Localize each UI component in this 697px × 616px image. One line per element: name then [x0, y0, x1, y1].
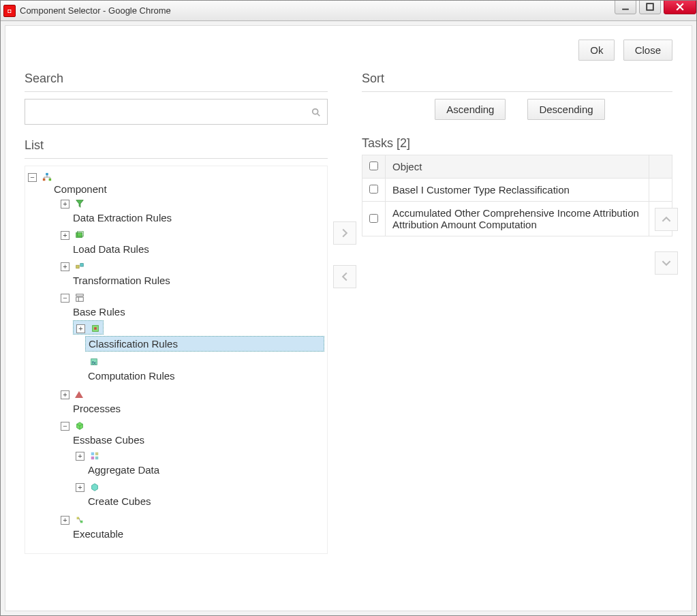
svg-rect-27 [91, 452, 94, 455]
expand-icon[interactable]: + [61, 200, 69, 209]
create-cube-icon [90, 482, 99, 492]
transfer-column [328, 72, 362, 554]
search-box [25, 99, 328, 125]
right-column: Sort Ascending Descending Tasks [2] Obje… [362, 72, 672, 554]
svg-rect-17 [76, 294, 84, 296]
select-all-checkbox[interactable] [369, 161, 378, 170]
expand-icon[interactable]: + [61, 231, 69, 240]
classification-icon [91, 324, 100, 333]
svg-rect-1 [647, 3, 653, 10]
move-right-button[interactable] [333, 221, 356, 245]
tree-computation[interactable]: fx Computation Rules [73, 353, 324, 384]
collapse-icon[interactable]: − [28, 173, 37, 182]
tree-aggregate[interactable]: + Aggregate Data [73, 447, 324, 478]
expand-icon[interactable]: + [61, 262, 69, 271]
tasks-title: Tasks [2] [362, 136, 672, 151]
tree-transformation[interactable]: + Transformation Rules [58, 258, 324, 289]
window-title: Component Selector - Google Chrome [20, 5, 171, 16]
ascending-button[interactable]: Ascending [435, 99, 506, 120]
tree-label: Component [54, 183, 107, 195]
sort-buttons: Ascending Descending [362, 99, 672, 120]
cube-icon [75, 421, 84, 431]
reorder-buttons [655, 208, 678, 275]
object-cell: Basel I Customer Type Reclassification [386, 179, 649, 202]
tree-create-cubes[interactable]: + Create Cubes [73, 478, 324, 510]
main-panel: Ok Close Search List [5, 26, 692, 568]
tree-load-data[interactable]: + Load Data Rules [58, 226, 324, 258]
chevron-right-icon [340, 228, 350, 238]
table-row[interactable]: Basel I Customer Type Reclassification [362, 179, 672, 202]
expand-icon[interactable]: + [61, 516, 69, 525]
move-left-button[interactable] [333, 265, 356, 288]
tree-classification[interactable]: + Classification Rules [73, 319, 324, 353]
svg-rect-18 [76, 297, 84, 301]
left-column: Search List − [25, 72, 328, 554]
tree-label: Processes [70, 401, 324, 416]
expand-icon[interactable]: + [76, 324, 85, 333]
content-scroll[interactable]: Ok Close Search List [5, 25, 692, 611]
tree-label: Base Rules [70, 305, 324, 319]
svg-point-4 [313, 109, 318, 114]
tree-label: Classification Rules [85, 336, 324, 352]
select-all-header[interactable] [362, 155, 386, 179]
tree-label: Computation Rules [85, 369, 324, 383]
collapse-icon[interactable]: − [61, 294, 69, 303]
sort-title: Sort [362, 72, 672, 86]
app-icon: ◘ [3, 5, 16, 17]
svg-rect-30 [95, 457, 98, 459]
window-titlebar: ◘ Component Selector - Google Chrome [1, 1, 696, 21]
svg-rect-31 [77, 517, 80, 520]
process-icon [75, 391, 83, 398]
tree-label: Load Data Rules [70, 242, 324, 256]
tree-processes[interactable]: + Processes [58, 386, 324, 417]
minimize-button[interactable] [615, 0, 636, 14]
maximize-button[interactable] [639, 0, 661, 14]
close-button[interactable]: Close [623, 40, 672, 61]
computation-icon: fx [89, 357, 99, 367]
funnel-icon [75, 199, 84, 209]
aggregate-icon [90, 451, 99, 461]
descending-button[interactable]: Descending [527, 99, 604, 120]
row-checkbox[interactable] [369, 214, 378, 223]
chevron-down-icon [662, 258, 671, 268]
row-checkbox[interactable] [369, 185, 378, 194]
collapse-icon[interactable]: − [61, 422, 69, 431]
chevron-left-icon [340, 272, 350, 281]
search-input[interactable] [25, 99, 305, 124]
object-header[interactable]: Object [386, 155, 649, 179]
tree-label: Executable [70, 527, 324, 541]
tree-label: Essbase Cubes [70, 433, 324, 447]
move-down-button[interactable] [655, 251, 678, 275]
ok-button[interactable]: Ok [578, 40, 615, 61]
expand-icon[interactable]: + [76, 452, 84, 461]
expand-icon[interactable]: + [76, 483, 84, 492]
svg-rect-32 [80, 521, 83, 523]
rules-icon [75, 293, 84, 303]
table-row[interactable]: Accumulated Other Comprehensive Income A… [362, 202, 672, 236]
top-actions: Ok Close [25, 40, 672, 61]
action-header [649, 155, 672, 179]
tree-executable[interactable]: + Executable [58, 511, 324, 542]
svg-line-5 [317, 114, 320, 117]
tree-component[interactable]: Component + Data Extraction Rules [43, 182, 324, 544]
tree-base-rules[interactable]: − Base Rules + [58, 289, 324, 386]
svg-text:fx: fx [92, 360, 96, 366]
executable-icon [75, 515, 84, 525]
tree-label: Transformation Rules [70, 273, 324, 288]
load-icon [75, 230, 84, 240]
move-up-button[interactable] [655, 208, 678, 231]
close-window-button[interactable] [664, 0, 696, 14]
svg-rect-6 [46, 173, 48, 176]
search-icon[interactable] [305, 105, 327, 119]
tree-label: Create Cubes [85, 494, 324, 508]
tree-data-extraction[interactable]: + Data Extraction Rules [58, 195, 324, 226]
search-title: Search [25, 72, 328, 86]
tree-root[interactable]: − Component + [28, 169, 324, 545]
expand-icon[interactable]: + [61, 390, 69, 399]
tree-container[interactable]: − Component + [25, 166, 328, 554]
tasks-table: Object Basel I Customer Type Reclassific… [362, 155, 672, 236]
tree-essbase[interactable]: − Essbase Cubes + [58, 417, 324, 511]
svg-rect-15 [76, 265, 79, 268]
svg-rect-16 [80, 264, 83, 266]
content-outer: Ok Close Search List [1, 21, 696, 615]
